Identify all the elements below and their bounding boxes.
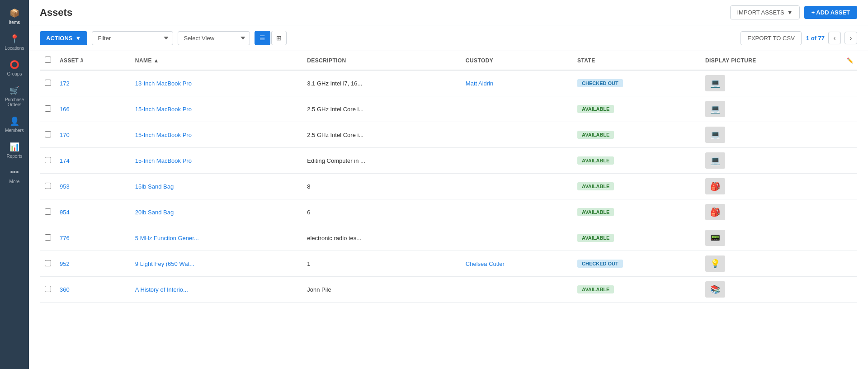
row-checkbox[interactable] — [45, 286, 51, 292]
asset-thumbnail: 🎒 — [705, 204, 725, 220]
asset-name[interactable]: 15-Inch MacBook Pro — [135, 132, 192, 138]
sidebar-item-label: Reports — [6, 154, 22, 159]
asset-id-cell: 174 — [56, 148, 132, 174]
asset-custody-cell: Chelsea Cutler — [462, 251, 574, 277]
grid-view-button[interactable]: ⊞ — [271, 31, 287, 45]
asset-description-cell: John Pile — [303, 277, 462, 303]
asset-description: 3.1 GHz Intel i7, 16... — [307, 80, 362, 87]
prev-page-button[interactable]: ‹ — [828, 32, 841, 44]
asset-thumbnail: 📚 — [705, 281, 725, 298]
row-actions-cell — [843, 96, 857, 122]
asset-id[interactable]: 776 — [60, 235, 70, 241]
import-assets-button[interactable]: IMPORT ASSETS ▼ — [730, 5, 799, 19]
asset-name-cell: 9 Light Fey (650 Wat... — [132, 251, 303, 277]
asset-id[interactable]: 172 — [60, 80, 70, 87]
asset-custody[interactable]: Chelsea Cutler — [466, 260, 505, 267]
asset-id[interactable]: 952 — [60, 260, 70, 267]
asset-state-badge: AVAILABLE — [577, 156, 614, 165]
export-csv-button[interactable]: EXPORT TO CSV — [741, 31, 802, 45]
toolbar-right: EXPORT TO CSV 1 of 77 ‹ › — [741, 31, 857, 45]
asset-id[interactable]: 954 — [60, 209, 70, 216]
asset-thumb-cell: 🎒 — [702, 174, 843, 199]
edit-columns-icon[interactable]: ✏️ — [847, 57, 854, 64]
row-checkbox[interactable] — [45, 234, 51, 241]
row-actions-cell — [843, 174, 857, 199]
next-page-button[interactable]: › — [844, 32, 857, 44]
row-checkbox-cell — [40, 277, 56, 303]
sidebar-item-groups[interactable]: ⭕ Groups — [0, 55, 29, 81]
sidebar-item-items[interactable]: 📦 Items — [0, 4, 29, 29]
row-checkbox[interactable] — [45, 105, 51, 112]
toolbar: ACTIONS ▼ Filter Select View ☰ ⊞ EXPORT … — [29, 25, 868, 51]
asset-name[interactable]: 13-Inch MacBook Pro — [135, 80, 192, 87]
asset-id[interactable]: 174 — [60, 157, 70, 164]
col-state: STATE — [574, 51, 702, 70]
row-checkbox[interactable] — [45, 131, 51, 137]
select-view-dropdown[interactable]: Select View — [178, 31, 250, 45]
asset-custody-cell — [462, 148, 574, 174]
asset-state-badge: AVAILABLE — [577, 234, 614, 242]
asset-id-cell: 170 — [56, 122, 132, 148]
filter-dropdown[interactable]: Filter — [92, 31, 173, 45]
table-row: 174 15-Inch MacBook Pro Editing Computer… — [40, 148, 857, 174]
asset-name[interactable]: 15lb Sand Bag — [135, 183, 174, 190]
asset-thumbnail: 💻 — [705, 127, 725, 143]
groups-icon: ⭕ — [9, 60, 19, 70]
asset-id[interactable]: 170 — [60, 132, 70, 138]
sidebar-item-reports[interactable]: 📊 Reports — [0, 137, 29, 163]
sidebar-item-label: Groups — [7, 71, 22, 76]
asset-custody[interactable]: Matt Aldrin — [466, 80, 493, 87]
row-checkbox-cell — [40, 199, 56, 225]
sidebar-item-more[interactable]: ••• More — [0, 163, 29, 189]
asset-name[interactable]: A History of Interio... — [135, 286, 188, 293]
add-asset-button[interactable]: + ADD ASSET — [804, 6, 857, 19]
row-checkbox-cell — [40, 225, 56, 251]
asset-description: electronic radio tes... — [307, 235, 361, 241]
row-actions-cell — [843, 251, 857, 277]
asset-name-cell: 5 MHz Function Gener... — [132, 225, 303, 251]
asset-id-cell: 776 — [56, 225, 132, 251]
sidebar-item-members[interactable]: 👤 Members — [0, 112, 29, 137]
actions-button[interactable]: ACTIONS ▼ — [40, 31, 87, 45]
asset-description: 1 — [307, 260, 310, 267]
asset-id[interactable]: 360 — [60, 286, 70, 293]
header-checkbox-cell — [40, 51, 56, 70]
reports-icon: 📊 — [9, 142, 19, 152]
table-container: ASSET # NAME ▲ DESCRIPTION CUSTODY STATE… — [29, 51, 868, 369]
asset-id[interactable]: 166 — [60, 106, 70, 113]
asset-name[interactable]: 15-Inch MacBook Pro — [135, 157, 192, 164]
row-checkbox[interactable] — [45, 208, 51, 215]
row-checkbox-cell — [40, 148, 56, 174]
asset-description: 2.5 GHz Intel Core i... — [307, 132, 363, 138]
asset-state-badge: AVAILABLE — [577, 208, 614, 216]
asset-id-cell: 952 — [56, 251, 132, 277]
row-actions-cell — [843, 70, 857, 96]
row-actions-cell — [843, 225, 857, 251]
row-checkbox[interactable] — [45, 183, 51, 189]
asset-name[interactable]: 15-Inch MacBook Pro — [135, 106, 192, 113]
table-row: 952 9 Light Fey (650 Wat... 1 Chelsea Cu… — [40, 251, 857, 277]
assets-table: ASSET # NAME ▲ DESCRIPTION CUSTODY STATE… — [40, 51, 857, 303]
asset-description: 6 — [307, 209, 310, 216]
asset-name[interactable]: 9 Light Fey (650 Wat... — [135, 260, 194, 267]
row-checkbox[interactable] — [45, 260, 51, 266]
asset-thumbnail: 🎒 — [705, 178, 725, 194]
items-icon: 📦 — [9, 8, 19, 18]
row-checkbox[interactable] — [45, 80, 51, 86]
import-assets-label: IMPORT ASSETS — [737, 9, 784, 16]
asset-thumb-cell: 💻 — [702, 96, 843, 122]
sidebar-item-locations[interactable]: 📍 Locations — [0, 29, 29, 55]
asset-name[interactable]: 20lb Sand Bag — [135, 209, 174, 216]
asset-name[interactable]: 5 MHz Function Gener... — [135, 235, 199, 241]
asset-name-cell: A History of Interio... — [132, 277, 303, 303]
select-all-checkbox[interactable] — [45, 57, 51, 63]
asset-custody-cell: Matt Aldrin — [462, 70, 574, 96]
list-view-button[interactable]: ☰ — [255, 31, 270, 45]
col-name[interactable]: NAME ▲ — [132, 51, 303, 70]
asset-id[interactable]: 953 — [60, 183, 70, 190]
sidebar-item-purchase-orders[interactable]: 🛒 Purchase Orders — [0, 81, 29, 112]
row-checkbox[interactable] — [45, 157, 51, 163]
asset-state-cell: AVAILABLE — [574, 148, 702, 174]
asset-thumb-cell: 🎒 — [702, 199, 843, 225]
asset-description: 8 — [307, 183, 310, 190]
